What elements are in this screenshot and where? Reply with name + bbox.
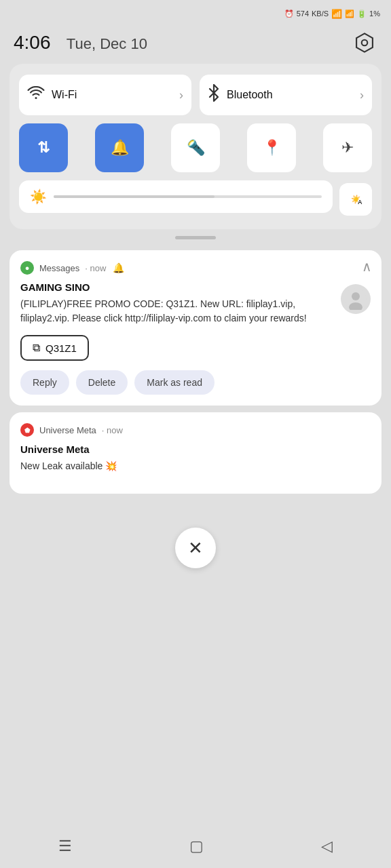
wifi-tile[interactable]: Wi-Fi › [19,75,191,115]
universe-meta-time: · now [102,425,123,435]
promo-code-text: Q31Z1 [45,342,77,354]
universe-meta-body: New Leak available 💥 [20,459,371,473]
status-icons: ⏰ 574 KB/S 📶 📶 🔋 1% [284,9,380,19]
data-unit: KB/S [312,9,329,18]
messages-expand-icon[interactable]: ∧ [362,258,372,275]
notifications-area: ● Messages · now 🔔 ∧ GAMING SINO (FILIPL… [0,243,391,500]
svg-marker-0 [356,33,373,52]
battery-icon: 🔋 [357,9,367,18]
home-icon: ▢ [189,837,204,854]
svg-point-3 [352,292,360,300]
copy-icon: ⧉ [33,342,40,354]
universe-meta-sender: Universe Meta [20,443,371,455]
brightness-slider-row[interactable]: ☀️ [19,180,333,213]
universe-meta-app-name: Universe Meta [39,425,96,435]
wifi-icon [27,86,45,104]
battery-level: 1% [369,9,380,18]
brightness-icon: ☀️ [30,189,47,205]
auto-rotate-btn[interactable]: ⇅ [19,123,68,172]
close-icon: ✕ [188,538,203,559]
data-speed: 574 [297,9,309,18]
bluetooth-label: Bluetooth [227,89,353,101]
auto-rotate-icon: ⇅ [37,139,50,157]
drag-handle-bar [175,236,216,239]
drag-handle [0,229,391,243]
messages-app-name: Messages [39,263,79,273]
messages-time: · now [85,263,106,273]
notification-icon: 🔔 [111,139,129,157]
notification-btn[interactable]: 🔔 [95,123,144,172]
network-icon: 📶 [331,9,342,19]
time-date: 4:06 Tue, Dec 10 [14,32,147,54]
bluetooth-arrow: › [360,88,364,102]
back-nav-button[interactable]: ◁ [308,832,346,861]
svg-point-1 [362,40,368,46]
messages-bell-icon: 🔔 [113,262,124,273]
messages-body: (FILIPLAY)FREE PROMO CODE: Q31Z1. New UR… [20,297,371,326]
universe-meta-notification: ⬟ Universe Meta · now Universe Meta New … [10,412,381,494]
time: 4:06 [14,32,51,53]
messages-notification: ● Messages · now 🔔 ∧ GAMING SINO (FILIPL… [10,250,381,406]
messages-notif-header: ● Messages · now 🔔 [20,261,371,275]
wifi-label: Wi-Fi [52,89,172,101]
toggle-row: Wi-Fi › Bluetooth › [19,75,372,115]
close-notifications-button[interactable]: ✕ [175,528,216,568]
home-nav-button[interactable]: ▢ [176,832,217,861]
bottom-nav: ☰ ▢ ◁ [0,827,391,868]
date: Tue, Dec 10 [67,35,147,52]
auto-brightness-btn[interactable]: ☀️A [339,183,372,216]
messages-sender: GAMING SINO [20,281,371,293]
location-icon: 📍 [263,139,281,157]
settings-icon[interactable] [352,30,377,56]
delete-button[interactable]: Delete [76,370,128,395]
close-button-area: ✕ [0,500,391,582]
airplane-icon: ✈ [341,139,354,157]
flashlight-btn[interactable]: 🔦 [171,123,220,172]
universe-meta-header: ⬟ Universe Meta · now [20,423,371,437]
messages-actions: Reply Delete Mark as read [20,370,371,395]
bluetooth-tile[interactable]: Bluetooth › [200,75,372,115]
status-bar: ⏰ 574 KB/S 📶 📶 🔋 1% [0,0,391,24]
flashlight-icon: 🔦 [187,139,205,157]
brightness-slider[interactable] [54,195,322,198]
auto-brightness-icon: ☀️A [351,195,361,204]
signal-icon: 📶 [345,9,354,18]
messages-app-icon: ● [20,261,34,275]
menu-icon: ☰ [58,837,72,854]
messages-avatar [341,284,371,314]
mark-as-read-button[interactable]: Mark as read [134,370,215,395]
airplane-mode-btn[interactable]: ✈ [323,123,372,172]
copy-code-button[interactable]: ⧉ Q31Z1 [20,335,89,361]
universe-meta-app-icon: ⬟ [20,423,34,437]
wifi-arrow: › [179,88,183,102]
icon-buttons-row: ⇅ 🔔 🔦 📍 ✈ [19,123,372,172]
menu-nav-button[interactable]: ☰ [45,832,86,861]
bluetooth-icon [208,84,220,106]
location-btn[interactable]: 📍 [247,123,296,172]
quick-settings-panel: Wi-Fi › Bluetooth › ⇅ 🔔 🔦 📍 ✈ [10,64,381,229]
reply-button[interactable]: Reply [20,370,69,395]
top-bar: 4:06 Tue, Dec 10 [0,24,391,64]
alarm-icon: ⏰ [284,9,294,18]
back-icon: ◁ [321,837,333,854]
